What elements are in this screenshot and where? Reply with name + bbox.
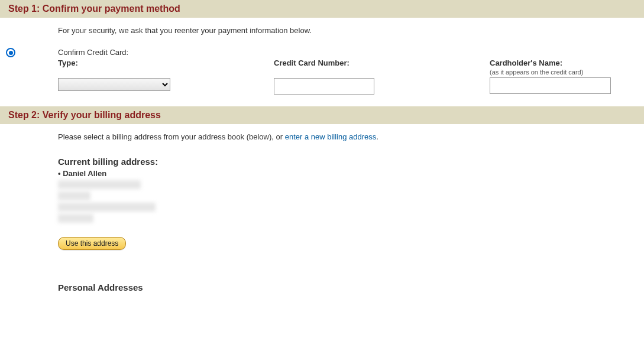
use-this-address-button[interactable]: Use this address (58, 237, 126, 250)
card-number-input[interactable] (274, 78, 374, 95)
personal-addresses-heading: Personal Addresses (58, 282, 644, 292)
ccnum-label: Credit Card Number: (274, 58, 490, 67)
step2-header: Step 2: Verify your billing address (0, 106, 644, 124)
address-line-redacted (58, 214, 93, 223)
cardholder-name-label: Cardholder's Name: (490, 58, 637, 67)
address-line-redacted (58, 203, 156, 212)
step2-intro: Please select a billing address from you… (58, 132, 644, 141)
current-billing-heading: Current billing address: (58, 157, 644, 167)
step2-intro-suffix: . (376, 132, 378, 141)
enter-new-address-link[interactable]: enter a new billing address (285, 132, 377, 141)
radio-confirm-cc[interactable] (6, 48, 15, 57)
step1-intro: For your security, we ask that you reent… (58, 26, 644, 35)
cardholder-name-hint: (as it appears on the credit card) (490, 69, 637, 76)
address-line-redacted (58, 191, 90, 200)
step2-body: Please select a billing address from you… (0, 124, 644, 304)
address-line-redacted (58, 180, 141, 189)
radio-dot-icon (9, 51, 13, 55)
step2-intro-prefix: Please select a billing address from you… (58, 132, 285, 141)
step1-body: For your security, we ask that you reent… (0, 18, 644, 106)
cardholder-name-input[interactable] (490, 77, 611, 94)
step1-header: Step 1: Confirm your payment method (0, 0, 644, 18)
current-address-name: Daniel Allen (58, 169, 644, 178)
confirm-cc-label: Confirm Credit Card: (58, 48, 644, 57)
card-type-select[interactable] (58, 78, 170, 91)
type-label: Type: (58, 58, 274, 67)
credit-card-option: Confirm Credit Card: Type: Credit Card N… (58, 48, 644, 95)
